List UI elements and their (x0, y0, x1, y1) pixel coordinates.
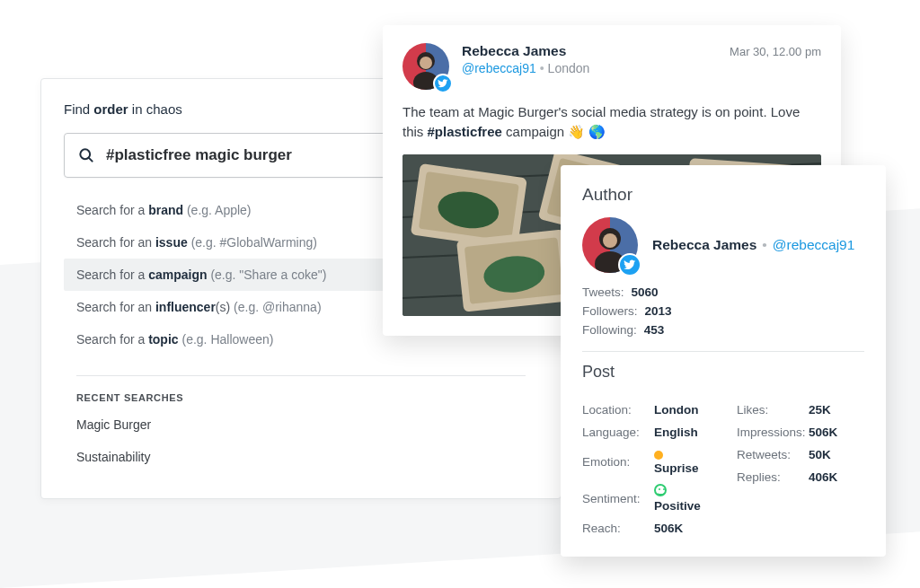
stat-impressions: Impressions:506K (737, 426, 864, 439)
stat-tweets: Tweets:5060 (582, 285, 864, 299)
tweet-body: The team at Magic Burger's social media … (402, 102, 821, 142)
author-handle[interactable]: @rebeccaj91 (773, 237, 855, 252)
tweet-body-post: campaign 👋 🌎 (502, 124, 606, 139)
stat-reach: Reach:506K (582, 522, 710, 535)
stat-followers: Followers:2013 (582, 304, 864, 318)
stat-likes: Likes:25K (737, 403, 864, 417)
svg-line-1 (89, 158, 93, 162)
tweet-author-location: London (548, 61, 590, 75)
divider (76, 375, 526, 376)
recent-search-item[interactable]: Magic Burger (64, 408, 538, 441)
post-section-heading: Post (582, 363, 864, 382)
avatar (402, 43, 449, 90)
svg-point-37 (603, 233, 617, 248)
sentiment-positive-icon (654, 484, 667, 496)
recent-search-item[interactable]: Sustainability (64, 441, 538, 473)
author-avatar (582, 217, 638, 273)
svg-point-7 (420, 57, 432, 69)
twitter-badge-icon (618, 253, 641, 276)
heading-bold: order (93, 101, 128, 117)
stat-retweets: Retweets:50K (737, 448, 864, 461)
tweet-author-handle[interactable]: @rebeccaj91 (462, 61, 536, 75)
divider (582, 351, 864, 352)
stat-emotion: Emotion:Suprise (582, 448, 710, 475)
emotion-dot-icon (654, 451, 663, 460)
tweet-date: Mar 30, 12.00 pm (730, 45, 821, 58)
heading-prefix: Find (64, 101, 93, 117)
stat-language: Language:English (582, 426, 710, 439)
author-name: Rebecca James (652, 237, 756, 252)
stat-following: Following:453 (582, 323, 864, 337)
recent-searches-list: Magic BurgerSustainability (64, 408, 538, 473)
tweet-body-hashtag[interactable]: #plasticfree (428, 124, 502, 139)
stat-location: Location:London (582, 403, 710, 417)
stat-sentiment: Sentiment:Positive (582, 484, 710, 513)
heading-suffix: in chaos (128, 101, 182, 117)
twitter-badge-icon (433, 74, 453, 93)
tweet-author-name: Rebecca James (462, 43, 566, 59)
stat-replies: Replies:406K (737, 470, 864, 484)
author-section-heading: Author (582, 185, 864, 205)
search-icon (77, 146, 95, 164)
author-post-card: Author Rebecca James•@rebeccaj91 Tweets: (561, 165, 886, 557)
recent-searches-label: RECENT SEARCHES (64, 392, 538, 408)
